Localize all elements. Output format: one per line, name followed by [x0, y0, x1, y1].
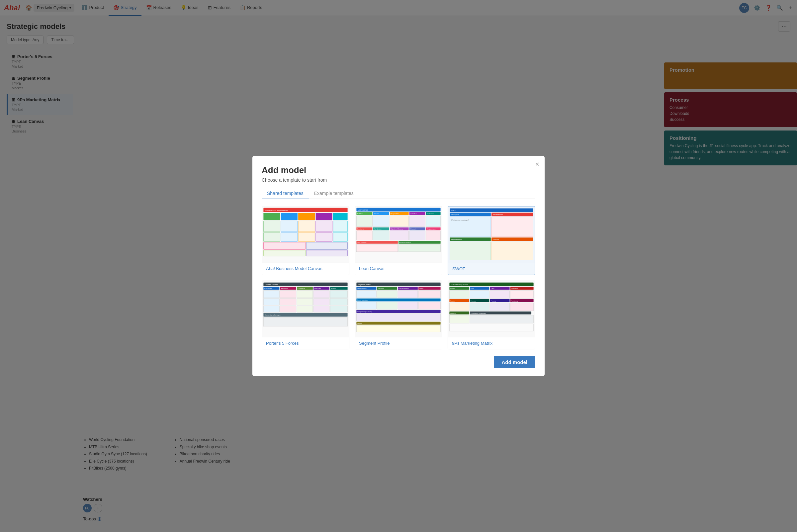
svg-text:Needs: Needs: [419, 288, 423, 289]
template-card-segment[interactable]: Segment profile Demographics Behaviors P…: [355, 281, 442, 349]
svg-rect-35: [356, 216, 372, 227]
svg-text:9Ps marketing matrix: 9Ps marketing matrix: [451, 284, 468, 286]
svg-rect-12: [333, 221, 348, 232]
template-label-porters: Porter's 5 Forces: [262, 337, 349, 349]
svg-rect-21: [306, 250, 347, 256]
svg-text:Early Adopters: Early Adopters: [427, 228, 436, 230]
svg-rect-134: [356, 325, 440, 332]
svg-rect-75: [450, 242, 491, 260]
svg-rect-99: [330, 299, 347, 305]
svg-rect-125: [356, 302, 376, 309]
template-card-aha-bmc[interactable]: Aha! business model canvas: [262, 206, 349, 275]
svg-rect-53: [410, 231, 425, 240]
template-label-aha-bmc: Aha! Business Model Canvas: [262, 263, 349, 274]
add-model-modal: × Add model Choose a template to start f…: [252, 156, 545, 376]
add-model-button[interactable]: Add model: [494, 356, 536, 368]
svg-text:Competition: Competition: [298, 288, 305, 289]
svg-rect-18: [263, 242, 305, 249]
svg-rect-127: [398, 302, 418, 309]
svg-rect-5: [298, 213, 315, 220]
modal-footer: Add model: [262, 356, 535, 368]
svg-rect-7: [333, 213, 348, 220]
svg-text:Lean canvas: Lean canvas: [358, 209, 368, 211]
svg-rect-100: [263, 306, 279, 312]
svg-text:Place: Place: [491, 288, 494, 289]
svg-rect-19: [306, 242, 347, 249]
svg-rect-11: [316, 221, 333, 232]
svg-text:Competitive advantages: Competitive advantages: [471, 312, 487, 314]
template-card-swot[interactable]: SWOT Strengths Weaknesses What are your …: [448, 206, 535, 275]
svg-rect-60: [398, 244, 441, 252]
svg-text:Existing Alt: Existing Alt: [357, 228, 365, 230]
svg-text:Growth calculator: Growth calculator: [357, 299, 368, 301]
svg-text:Partners: Partners: [450, 312, 456, 314]
svg-text:Physical: Physical: [491, 300, 496, 302]
svg-rect-6: [316, 213, 333, 220]
svg-rect-51: [373, 231, 389, 240]
svg-text:Unfair Adv: Unfair Adv: [410, 213, 417, 214]
svg-rect-36: [373, 216, 389, 227]
svg-text:Buyer power: Buyer power: [264, 288, 273, 289]
template-label-segment: Segment Profile: [355, 337, 442, 349]
tab-shared-templates[interactable]: Shared templates: [262, 188, 309, 199]
svg-rect-168: [449, 324, 533, 331]
svg-rect-8: [263, 221, 280, 232]
svg-rect-104: [330, 306, 347, 312]
svg-rect-52: [390, 231, 409, 240]
modal-title: Add model: [262, 165, 535, 175]
svg-text:Segment profile: Segment profile: [358, 284, 371, 286]
modal-tabs: Shared templates Example templates: [262, 188, 535, 199]
svg-rect-17: [333, 232, 348, 242]
svg-rect-39: [426, 216, 441, 227]
svg-rect-158: [449, 303, 469, 311]
svg-rect-20: [263, 250, 305, 256]
svg-text:Solution: Solution: [374, 213, 379, 214]
svg-text:What are your advantages?: What are your advantages?: [451, 219, 469, 221]
modal-close-button[interactable]: ×: [535, 160, 539, 168]
svg-text:Threats: Threats: [493, 239, 499, 241]
svg-text:Customers: Customers: [427, 213, 434, 214]
svg-text:Demographics: Demographics: [357, 288, 367, 289]
svg-rect-119: [356, 290, 376, 298]
svg-rect-121: [398, 290, 418, 298]
svg-text:Strengths: Strengths: [451, 213, 459, 215]
svg-text:Cost Structure: Cost Structure: [357, 242, 367, 243]
svg-rect-160: [490, 303, 510, 311]
templates-grid: Aha! business model canvas: [262, 206, 535, 349]
template-card-lean-canvas[interactable]: Lean canvas Problem Solution Unique Valu…: [355, 206, 442, 275]
svg-rect-91: [280, 290, 296, 298]
svg-rect-37: [390, 216, 409, 227]
svg-rect-149: [510, 290, 534, 299]
svg-text:Process: Process: [471, 300, 476, 302]
svg-text:Opportunities: Opportunities: [451, 239, 462, 241]
template-card-porters[interactable]: Porter's 5 forces Buyer power Alternativ…: [262, 281, 349, 349]
modal-overlay[interactable]: × Add model Choose a template to start f…: [0, 0, 797, 532]
svg-rect-92: [297, 290, 313, 298]
svg-rect-120: [377, 290, 397, 298]
svg-text:High-Level Concept: High-Level Concept: [391, 228, 403, 230]
tab-example-templates[interactable]: Example templates: [309, 188, 359, 199]
svg-rect-128: [418, 302, 441, 309]
svg-rect-101: [280, 306, 296, 312]
svg-text:Alternative: Alternative: [281, 288, 288, 289]
svg-rect-13: [263, 232, 280, 242]
svg-rect-161: [510, 303, 534, 311]
svg-rect-103: [314, 306, 329, 312]
template-thumb-porters: Porter's 5 forces Buyer power Alternativ…: [262, 281, 349, 337]
svg-rect-146: [449, 290, 469, 299]
svg-text:Opinion: Opinion: [357, 322, 363, 324]
template-thumb-lean-canvas: Lean canvas Problem Solution Unique Valu…: [355, 206, 442, 263]
template-thumb-swot: SWOT Strengths Weaknesses What are your …: [448, 207, 535, 263]
svg-rect-98: [314, 299, 329, 305]
svg-text:People: People: [450, 300, 455, 302]
template-thumb-segment: Segment profile Demographics Behaviors P…: [355, 281, 442, 337]
svg-rect-97: [297, 299, 313, 305]
svg-rect-70: [492, 217, 533, 237]
svg-text:Porter's 5 forces: Porter's 5 forces: [265, 284, 278, 286]
svg-rect-148: [490, 290, 510, 299]
svg-rect-94: [330, 290, 347, 298]
svg-rect-14: [281, 232, 298, 242]
svg-rect-107: [263, 318, 347, 326]
template-card-nps-matrix[interactable]: 9Ps marketing matrix Product Price Place…: [448, 281, 535, 349]
svg-text:Psychographics: Psychographics: [398, 288, 409, 289]
